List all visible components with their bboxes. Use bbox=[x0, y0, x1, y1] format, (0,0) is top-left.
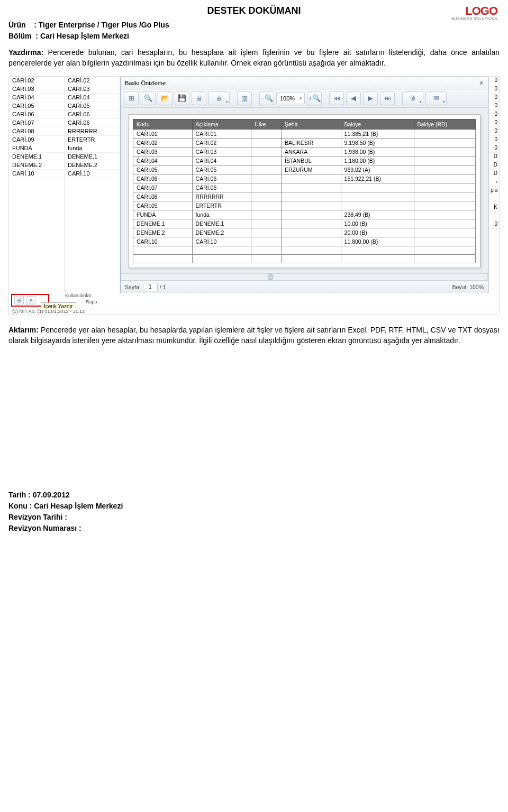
table-cell: DENEME.1 bbox=[133, 219, 193, 228]
export-icon[interactable]: 🗎▾ bbox=[402, 91, 423, 105]
table-cell bbox=[414, 147, 475, 156]
outer-right-badges: 000000000DDD‹plaK0 bbox=[488, 77, 499, 293]
meta-section-label: Bölüm bbox=[8, 32, 32, 40]
list-item[interactable]: CARİ.06 bbox=[65, 110, 120, 119]
footer-revno: Revizyon Numarası : bbox=[8, 523, 123, 534]
table-row[interactable]: CARİ.04CARİ.04İSTANBUL1.180,00 (B) bbox=[133, 156, 476, 165]
print-icon[interactable]: 🖨 bbox=[192, 91, 206, 105]
table-row[interactable]: CARİ.10CARİ.1011.800,00 (B) bbox=[133, 237, 476, 246]
footer-date: Tarih : 07.09.2012 bbox=[8, 490, 123, 501]
para1-head: Yazdırma: bbox=[8, 48, 43, 57]
list-item[interactable]: CARİ.03 bbox=[65, 85, 120, 94]
list-item[interactable]: CARİ.04 bbox=[65, 94, 120, 102]
table-cell bbox=[282, 237, 341, 246]
table-cell: CARİ.10 bbox=[192, 237, 251, 246]
list-item[interactable]: DENEME.2 bbox=[65, 161, 120, 170]
table-row[interactable]: CARİ.09ERTERTR bbox=[133, 201, 476, 210]
quick-print-icon[interactable]: 🖨▾ bbox=[208, 91, 230, 105]
table-cell bbox=[414, 254, 475, 263]
table-cell bbox=[251, 156, 282, 165]
badge-cell: 0 bbox=[489, 136, 499, 144]
save-icon[interactable]: 💾 bbox=[175, 91, 189, 105]
next-page-icon[interactable]: ▶ bbox=[363, 91, 378, 105]
page-setup-icon[interactable]: ▥ bbox=[237, 91, 252, 105]
table-row[interactable]: CARİ.03CARİ.03ANKARA1.938,00 (B) bbox=[133, 147, 476, 156]
list-item[interactable]: RRRRRRR bbox=[65, 127, 120, 136]
table-row[interactable]: DENEME.1DENEME.110,00 (B) bbox=[133, 219, 476, 228]
list-item[interactable]: DENEME.2 bbox=[9, 161, 64, 170]
table-cell: CARİ.03 bbox=[192, 147, 251, 156]
list-item[interactable]: CARİ.07 bbox=[9, 119, 64, 127]
list-item[interactable]: CARİ.05 bbox=[9, 102, 64, 110]
list-item[interactable]: CARİ.02 bbox=[9, 77, 64, 85]
table-cell: 9.198,50 (B) bbox=[341, 138, 414, 147]
status-page-input[interactable] bbox=[143, 283, 158, 291]
footer-revdate: Revizyon Tarihi : bbox=[8, 512, 123, 523]
open-icon[interactable]: 📂 bbox=[158, 91, 173, 105]
paragraph-yazdirma: Yazdırma: Pencerede bulunan, cari hesapl… bbox=[8, 47, 500, 69]
table-row[interactable]: DENEME.2DENEME.220,00 (B) bbox=[133, 228, 476, 237]
table-row[interactable]: FUNDAfunda238,49 (B) bbox=[133, 210, 476, 219]
list-item[interactable]: CARİ.06 bbox=[65, 119, 120, 127]
table-cell bbox=[341, 192, 414, 201]
list-item[interactable]: CARİ.10 bbox=[9, 170, 64, 178]
table-cell bbox=[251, 183, 282, 192]
zoom-out-icon[interactable]: −🔍 bbox=[259, 91, 274, 105]
zoom-value[interactable]: 100% bbox=[276, 93, 305, 104]
table-row[interactable]: CARİ.02CARİ.02BALIKESİR9.198,50 (B) bbox=[133, 138, 476, 147]
table-cell: CARİ.08 bbox=[133, 192, 193, 201]
mail-icon[interactable]: ✉▾ bbox=[425, 91, 447, 105]
print-content-button[interactable]: 🖨 ▾ İçerik Yazdır bbox=[11, 294, 49, 307]
list-item[interactable]: CARİ.10 bbox=[65, 170, 120, 178]
table-cell: 1.180,00 (B) bbox=[341, 156, 414, 165]
table-cell bbox=[282, 129, 341, 138]
table-cell: CARİ.05 bbox=[192, 165, 251, 174]
search-icon[interactable]: 🔍 bbox=[141, 91, 156, 105]
table-row[interactable]: CARİ.08RRRRRRR bbox=[133, 192, 476, 201]
list-item[interactable]: CARİ.06 bbox=[9, 110, 64, 119]
table-cell bbox=[341, 246, 414, 254]
table-cell bbox=[414, 156, 475, 165]
prev-page-icon[interactable]: ◀ bbox=[346, 91, 361, 105]
list-item[interactable]: CARİ.08 bbox=[9, 127, 64, 136]
printer-small-icon: 🖨 bbox=[14, 296, 24, 304]
table-row[interactable] bbox=[133, 254, 476, 263]
table-cell: ERTERTR bbox=[192, 201, 251, 210]
close-icon[interactable]: × bbox=[479, 79, 484, 87]
list-item[interactable]: CARİ.04 bbox=[9, 94, 64, 102]
sitemap-icon[interactable]: ⊞ bbox=[124, 91, 139, 105]
table-cell: 238,49 (B) bbox=[341, 210, 414, 219]
status-size: Boyut: 100% bbox=[452, 284, 484, 290]
table-row[interactable] bbox=[133, 246, 476, 254]
badge-cell: 0 bbox=[489, 144, 499, 153]
table-cell: 11.800,00 (B) bbox=[341, 237, 414, 246]
table-cell bbox=[341, 183, 414, 192]
list-item[interactable]: DENEME.1 bbox=[9, 153, 64, 161]
horizontal-scrollbar[interactable] bbox=[121, 273, 488, 281]
badge-cell: K bbox=[489, 204, 499, 212]
list-item[interactable]: CARİ.02 bbox=[65, 77, 120, 85]
table-header: Ülke bbox=[251, 119, 282, 129]
table-row[interactable]: CARİ.05CARİ.05ERZURUM969,02 (A) bbox=[133, 165, 476, 174]
badge-cell: D bbox=[489, 170, 499, 178]
table-row[interactable]: CARİ.01CARİ.0111.385,21 (B) bbox=[133, 129, 476, 138]
table-row[interactable]: CARİ.06CARİ.06151.922,21 (B) bbox=[133, 174, 476, 183]
list-item[interactable]: ERTERTR bbox=[65, 136, 120, 144]
list-item[interactable]: FUNDA bbox=[9, 144, 64, 153]
doc-footer-meta: Tarih : 07.09.2012 Konu : Cari Hesap İşl… bbox=[8, 490, 123, 534]
list-item[interactable]: CARİ.03 bbox=[9, 85, 64, 94]
list-item[interactable]: DENEME.1 bbox=[65, 153, 120, 161]
last-page-icon[interactable]: ⏭ bbox=[380, 91, 395, 105]
table-cell bbox=[133, 246, 193, 254]
table-cell bbox=[251, 210, 282, 219]
preview-titlebar[interactable]: Baskı Önizleme × bbox=[121, 77, 488, 89]
table-header: Açıklama bbox=[192, 119, 251, 129]
list-item[interactable]: CARİ.09 bbox=[9, 136, 64, 144]
table-cell: CARİ.06 bbox=[192, 174, 251, 183]
list-item[interactable]: CARİ.05 bbox=[65, 102, 120, 110]
first-page-icon[interactable]: ⏮ bbox=[329, 91, 344, 105]
table-row[interactable]: CARİ.07CARİ.06 bbox=[133, 183, 476, 192]
zoom-in-icon[interactable]: +🔍 bbox=[307, 91, 322, 105]
table-cell: CARİ.06 bbox=[192, 183, 251, 192]
list-item[interactable]: funda bbox=[65, 144, 120, 153]
